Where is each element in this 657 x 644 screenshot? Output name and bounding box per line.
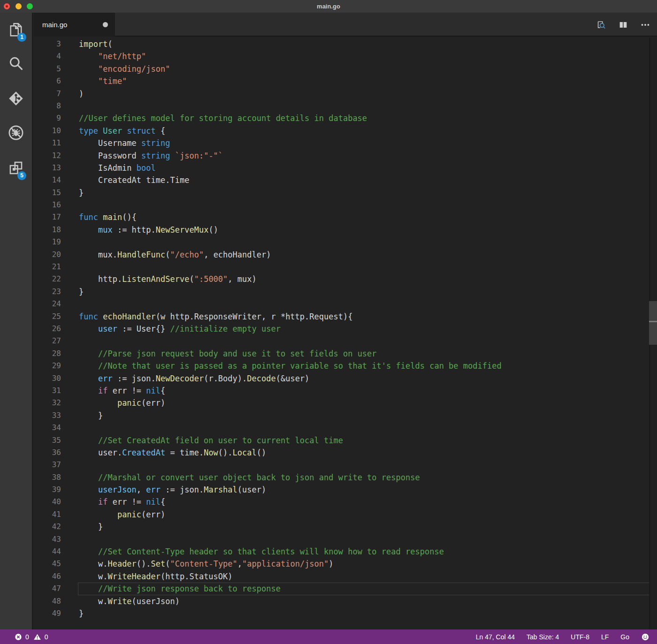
code-line[interactable]: 8 <box>34 100 657 112</box>
status-right: Ln 47, Col 44 Tab Size: 4 UTF-8 LF Go <box>476 633 657 641</box>
code-line[interactable]: 49} <box>34 607 657 620</box>
code-line[interactable]: 6 "time" <box>34 75 657 87</box>
problems-errors[interactable]: 0 <box>15 633 29 641</box>
code-text: err := json.NewDecoder(r.Body).Decode(&u… <box>78 372 657 385</box>
code-line[interactable]: 5 "encoding/json" <box>34 63 657 75</box>
line-number: 42 <box>34 521 61 533</box>
status-bar: 0 0 Ln 47, Col 44 Tab Size: 4 UTF-8 LF G… <box>0 629 657 644</box>
sidebar-item-debug[interactable] <box>0 121 32 144</box>
code-line[interactable]: 33 } <box>34 409 657 422</box>
code-line[interactable]: 3import( <box>34 38 657 50</box>
code-line[interactable]: 42 } <box>34 521 657 533</box>
code-line[interactable]: 16 <box>34 199 657 211</box>
line-number: 32 <box>34 397 61 409</box>
code-line[interactable]: 23} <box>34 286 657 298</box>
language-mode[interactable]: Go <box>620 633 629 641</box>
code-line[interactable]: 43 <box>34 533 657 546</box>
code-line[interactable]: 19 <box>34 236 657 248</box>
code-text: Password string `json:"-"` <box>78 150 657 162</box>
line-number: 36 <box>34 447 61 459</box>
code-line[interactable]: 25func echoHandler(w http.ResponseWriter… <box>34 311 657 323</box>
code-line[interactable]: 39 userJson, err := json.Marshal(user) <box>34 484 657 496</box>
warning-icon <box>33 633 41 641</box>
code-line[interactable]: 17func main(){ <box>34 211 657 223</box>
sidebar-item-search[interactable] <box>0 52 32 75</box>
code-text: mux.HandleFunc("/echo", echoHandler) <box>78 249 657 261</box>
tab-main-go[interactable]: main.go <box>34 13 115 37</box>
code-line[interactable]: 45 w.Header().Set("Content-Type","applic… <box>34 558 657 570</box>
code-line[interactable]: 7) <box>34 88 657 100</box>
modified-dot-icon[interactable] <box>103 22 108 27</box>
code-text: //Note that user is passed as a pointer … <box>78 360 657 372</box>
code-line-current[interactable]: 47 //Write json response back to respons… <box>34 583 657 595</box>
encoding-indicator[interactable]: UTF-8 <box>571 633 589 641</box>
code-line[interactable]: 15} <box>34 187 657 199</box>
code-line[interactable]: 4 "net/http" <box>34 50 657 62</box>
code-line[interactable]: 40 if err != nil{ <box>34 496 657 508</box>
problems-warnings[interactable]: 0 <box>33 633 48 641</box>
code-line[interactable]: 13 IsAdmin bool <box>34 162 657 174</box>
line-number: 7 <box>34 88 61 100</box>
line-number: 3 <box>34 38 61 50</box>
line-number: 15 <box>34 187 61 199</box>
code-line[interactable]: 9//User defines model for storing accoun… <box>34 112 657 124</box>
code-text: } <box>78 607 657 620</box>
code-line[interactable]: 28 //Parse json request body and use it … <box>34 348 657 360</box>
code-line[interactable]: 20 mux.HandleFunc("/echo", echoHandler) <box>34 249 657 261</box>
code-line[interactable]: 34 <box>34 422 657 434</box>
line-number: 47 <box>34 583 61 595</box>
code-text: type User struct { <box>78 125 657 137</box>
open-changes-icon[interactable] <box>596 20 606 30</box>
line-number: 41 <box>34 508 61 521</box>
line-number: 43 <box>34 533 61 546</box>
line-number: 35 <box>34 434 61 447</box>
line-number: 46 <box>34 570 61 583</box>
code-line[interactable]: 35 //Set CreatedAt field on user to curr… <box>34 434 657 447</box>
feedback-smiley[interactable] <box>641 633 649 641</box>
code-line[interactable]: 48 w.Write(userJson) <box>34 595 657 607</box>
scrollbar[interactable] <box>649 38 657 629</box>
sidebar-item-explorer[interactable]: 1 <box>0 18 32 41</box>
code-text: ) <box>78 88 657 100</box>
line-number: 13 <box>34 162 61 174</box>
code-text <box>78 261 657 273</box>
code-line[interactable]: 36 user.CreatedAt = time.Now().Local() <box>34 447 657 459</box>
code-line[interactable]: 44 //Set Content-Type header so that cli… <box>34 546 657 558</box>
code-text: } <box>78 409 657 422</box>
code-line[interactable]: 10type User struct { <box>34 125 657 137</box>
line-number: 49 <box>34 607 61 620</box>
code-line[interactable]: 14 CreatedAt time.Time <box>34 174 657 186</box>
line-number: 30 <box>34 372 61 385</box>
split-editor-icon[interactable] <box>618 20 628 30</box>
tab-size-indicator[interactable]: Tab Size: 4 <box>527 633 559 641</box>
code-line[interactable]: 22 http.ListenAndServe(":5000", mux) <box>34 273 657 285</box>
code-line[interactable]: 12 Password string `json:"-"` <box>34 150 657 162</box>
code-line[interactable]: 27 <box>34 335 657 347</box>
eol-indicator[interactable]: LF <box>601 633 609 641</box>
code-line[interactable]: 29 //Note that user is passed as a point… <box>34 360 657 372</box>
code-editor[interactable]: 3import(4 "net/http"5 "encoding/json"6 "… <box>34 38 657 629</box>
code-line[interactable]: 46 w.WriteHeader(http.StatusOK) <box>34 570 657 583</box>
code-line[interactable]: 26 user := User{} //initialize empty use… <box>34 323 657 335</box>
line-number: 28 <box>34 348 61 360</box>
code-line[interactable]: 32 panic(err) <box>34 397 657 409</box>
code-line[interactable]: 41 panic(err) <box>34 508 657 521</box>
more-actions-icon[interactable] <box>640 20 650 30</box>
line-number: 10 <box>34 125 61 137</box>
code-line[interactable]: 38 //Marshal or convert user object back… <box>34 471 657 484</box>
code-lines: 3import(4 "net/http"5 "encoding/json"6 "… <box>34 38 657 620</box>
sidebar-item-extensions[interactable]: 5 <box>0 157 32 179</box>
code-line[interactable]: 24 <box>34 298 657 310</box>
code-line[interactable]: 21 <box>34 261 657 273</box>
scrollbar-thumb[interactable] <box>649 301 657 345</box>
code-line[interactable]: 18 mux := http.NewServeMux() <box>34 224 657 236</box>
code-text: IsAdmin bool <box>78 162 657 174</box>
cursor-position[interactable]: Ln 47, Col 44 <box>476 633 515 641</box>
code-line[interactable]: 37 <box>34 459 657 471</box>
code-line[interactable]: 31 if err != nil{ <box>34 385 657 397</box>
line-number: 39 <box>34 484 61 496</box>
editor-actions <box>596 13 650 37</box>
code-line[interactable]: 11 Username string <box>34 137 657 149</box>
sidebar-item-source-control[interactable] <box>0 87 32 110</box>
code-line[interactable]: 30 err := json.NewDecoder(r.Body).Decode… <box>34 372 657 385</box>
